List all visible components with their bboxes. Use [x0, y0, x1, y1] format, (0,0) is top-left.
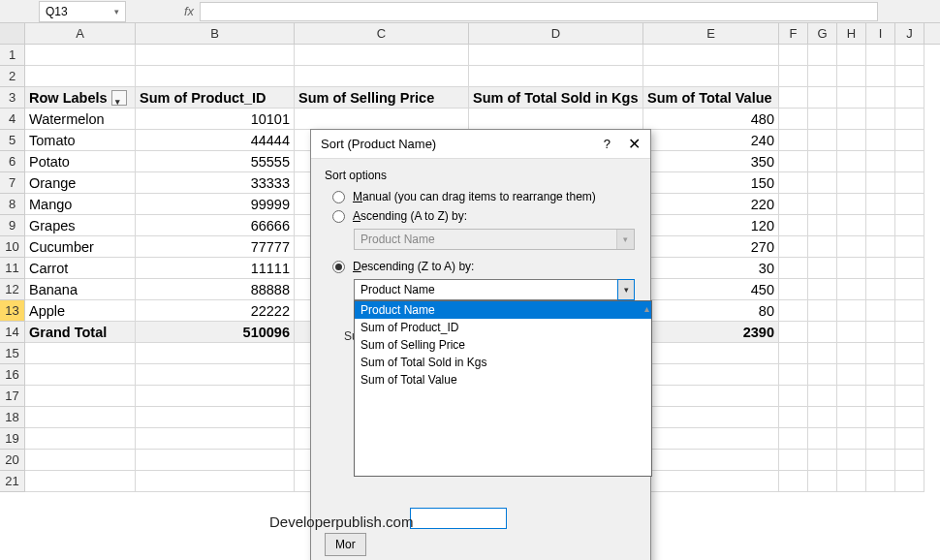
cell[interactable] — [895, 215, 924, 236]
cell[interactable] — [895, 109, 924, 130]
cell[interactable] — [25, 386, 136, 407]
cell[interactable] — [808, 130, 837, 151]
cell[interactable] — [866, 450, 895, 471]
pivot-col-header[interactable]: Sum of Selling Price — [295, 87, 469, 109]
cell[interactable]: 22222 — [136, 300, 295, 322]
col-header-c[interactable]: C — [295, 23, 469, 44]
cell[interactable] — [779, 109, 808, 130]
cell[interactable] — [837, 300, 866, 322]
cell[interactable] — [643, 407, 779, 428]
cell[interactable] — [808, 450, 837, 471]
cell[interactable] — [808, 172, 837, 194]
cell[interactable]: Orange — [25, 172, 136, 194]
cell[interactable] — [837, 450, 866, 471]
cell[interactable] — [866, 45, 895, 66]
cell[interactable]: 220 — [643, 194, 779, 215]
cell[interactable] — [808, 45, 837, 66]
cell[interactable] — [837, 322, 866, 343]
dropdown-option[interactable]: Sum of Total Sold in Kgs — [355, 354, 651, 371]
cell[interactable] — [895, 407, 924, 428]
cell[interactable] — [866, 471, 895, 492]
cell[interactable] — [808, 407, 837, 428]
cell[interactable]: 480 — [643, 109, 779, 130]
cell[interactable] — [808, 194, 837, 215]
radio-manual[interactable]: Manual (you can drag items to rearrange … — [332, 190, 637, 203]
cell[interactable] — [895, 428, 924, 450]
cell[interactable] — [643, 45, 779, 66]
cell[interactable]: Cucumber — [25, 236, 136, 258]
cell[interactable] — [808, 87, 837, 109]
cell[interactable] — [25, 364, 136, 386]
formula-input[interactable] — [200, 2, 878, 21]
cell[interactable]: Apple — [25, 300, 136, 322]
cell[interactable] — [837, 386, 866, 407]
cell[interactable] — [25, 450, 136, 471]
cell[interactable] — [866, 428, 895, 450]
dropdown-option[interactable]: Sum of Selling Price — [355, 336, 651, 354]
cell[interactable] — [136, 407, 295, 428]
cell[interactable] — [779, 258, 808, 279]
cell[interactable] — [779, 172, 808, 194]
cell[interactable] — [779, 364, 808, 386]
cell[interactable] — [25, 45, 136, 66]
cell[interactable]: Tomato — [25, 130, 136, 151]
cell[interactable] — [643, 428, 779, 450]
cell[interactable] — [643, 386, 779, 407]
close-icon[interactable]: ✕ — [628, 135, 641, 153]
cell[interactable] — [808, 151, 837, 172]
row-header[interactable]: 3 — [0, 87, 25, 109]
cell[interactable] — [25, 428, 136, 450]
name-box[interactable]: Q13 ▾ — [39, 1, 126, 22]
cell[interactable] — [779, 87, 808, 109]
cell[interactable]: 99999 — [136, 194, 295, 215]
cell[interactable]: 10101 — [136, 109, 295, 130]
cell[interactable] — [866, 172, 895, 194]
cell[interactable] — [895, 322, 924, 343]
cell[interactable] — [866, 87, 895, 109]
help-icon[interactable]: ? — [604, 137, 611, 151]
cell[interactable] — [895, 194, 924, 215]
cell[interactable] — [895, 471, 924, 492]
cell[interactable] — [837, 130, 866, 151]
cell[interactable]: 30 — [643, 258, 779, 279]
cell[interactable] — [25, 343, 136, 364]
cell[interactable] — [136, 66, 295, 87]
cell[interactable] — [469, 109, 643, 130]
col-header-h[interactable]: H — [837, 23, 866, 44]
row-header[interactable]: 8 — [0, 194, 25, 215]
cell[interactable] — [643, 364, 779, 386]
pivot-row-labels-header[interactable]: Row Labels — [25, 87, 136, 109]
cell[interactable] — [895, 450, 924, 471]
cell[interactable]: 80 — [643, 300, 779, 322]
row-header[interactable]: 19 — [0, 428, 25, 450]
dropdown-option[interactable]: Product Name — [355, 301, 651, 319]
row-header[interactable]: 6 — [0, 151, 25, 172]
cell[interactable] — [866, 407, 895, 428]
grand-total-pid[interactable]: 510096 — [136, 322, 295, 343]
row-header[interactable]: 2 — [0, 66, 25, 87]
cell[interactable]: 77777 — [136, 236, 295, 258]
cell[interactable] — [837, 471, 866, 492]
col-header-j[interactable]: J — [895, 23, 924, 44]
col-header-f[interactable]: F — [779, 23, 808, 44]
cell[interactable] — [866, 215, 895, 236]
cell[interactable]: 240 — [643, 130, 779, 151]
cell[interactable] — [643, 450, 779, 471]
row-header[interactable]: 11 — [0, 258, 25, 279]
cell[interactable] — [808, 386, 837, 407]
cell[interactable] — [779, 322, 808, 343]
cell[interactable] — [837, 236, 866, 258]
cell[interactable] — [895, 300, 924, 322]
cell[interactable] — [469, 45, 643, 66]
cell[interactable] — [25, 66, 136, 87]
cell[interactable] — [837, 194, 866, 215]
cell[interactable] — [25, 471, 136, 492]
radio-ascending[interactable]: Ascending (A to Z) by: — [332, 209, 637, 223]
cell[interactable]: 11111 — [136, 258, 295, 279]
cell[interactable]: Watermelon — [25, 109, 136, 130]
cell[interactable] — [866, 258, 895, 279]
cell[interactable]: 88888 — [136, 279, 295, 300]
cell[interactable] — [643, 66, 779, 87]
cell[interactable] — [837, 172, 866, 194]
cell[interactable]: 33333 — [136, 172, 295, 194]
